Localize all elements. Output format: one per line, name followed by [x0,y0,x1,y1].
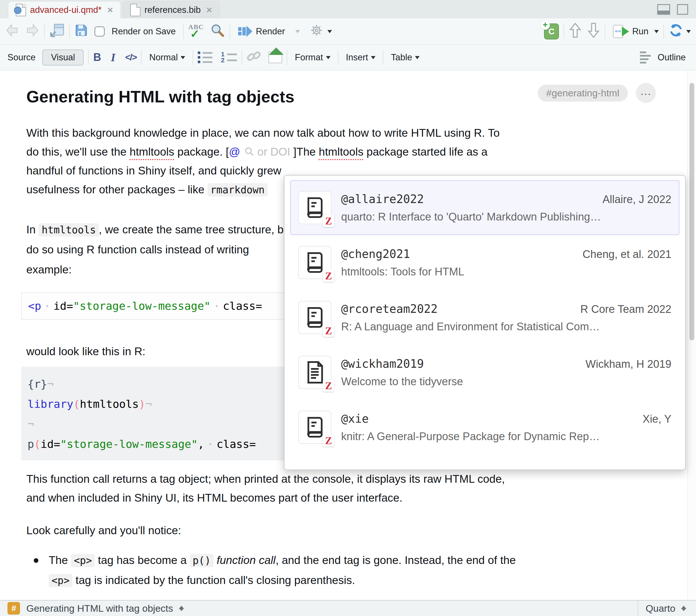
run-options-caret-icon[interactable] [654,30,659,35]
chevron-down-icon [180,56,185,62]
inline-code: htmltools [38,223,99,237]
book-icon [304,196,325,220]
paragraph-line: would look like this in R: [26,342,145,361]
paragraph-line: This function call returns a tag object;… [26,470,505,488]
bullet-list-button[interactable] [198,51,212,63]
citation-item[interactable]: Z @rcoreteam2022R Core Team 2022 R: A La… [290,290,679,345]
bold-button[interactable]: B [93,51,101,64]
citation-source: Allaire, J 2022 [602,193,671,206]
status-bar: # Generating HTML with tag objects Quart… [0,600,696,616]
citation-source: Xie, Y [643,413,671,425]
close-tab-icon[interactable]: × [206,4,212,15]
reference-icon-frame: Z [298,411,331,444]
pane-controls [657,4,689,15]
outline-icon [640,51,651,64]
book-icon [304,415,325,439]
go-to-previous-section-icon[interactable] [569,22,582,40]
citation-input[interactable]: @or DOI [229,146,293,158]
citation-item[interactable]: Z @cheng2021Cheng, et al. 2021 htmltools… [290,235,679,290]
tab-advanced-ui-qmd[interactable]: advanced-ui.qmd* × [8,1,121,18]
source-mode-toggle[interactable]: Source [7,52,35,63]
format-menu[interactable]: Format [292,51,333,64]
document-mode-selector[interactable]: Quarto [638,601,694,616]
italic-button[interactable]: I [111,51,116,64]
minimize-pane-icon[interactable] [657,4,670,15]
render-options-caret-icon[interactable] [295,30,300,35]
back-icon[interactable] [5,23,21,40]
save-icon[interactable] [75,23,88,39]
page-title: Generating HTML with tag objects [26,87,295,106]
list-item-line: The <p> tag has become a p() function ca… [49,551,516,570]
citation-item[interactable]: Z @xieXie, Y knitr: A General-Purpose Pa… [290,400,679,455]
spellcheck-icon[interactable]: ABC ✓ [188,23,208,40]
citation-title: quarto: R Interface to 'Quarto' Markdown… [341,211,671,223]
render-icon [238,25,253,38]
vertical-scrollbar[interactable] [687,70,696,600]
render-button[interactable]: Render [235,23,288,40]
find-replace-icon[interactable] [210,23,225,40]
paragraph-line: do so using R function calls instead of … [26,240,249,259]
list-item-line: <p> tag is indicated by the function cal… [49,571,355,590]
run-label: Run [632,26,648,37]
forward-icon[interactable] [23,23,39,40]
misspelled-word: htmltools [319,146,363,158]
image-button[interactable] [268,52,282,63]
paragraph-line: handful of functions in Shiny itself, an… [26,161,281,180]
open-in-new-window-icon[interactable] [49,23,65,40]
table-menu[interactable]: Table [388,51,423,64]
settings-gear-icon[interactable] [310,23,323,39]
heading-anchor-row: #generating-html … [538,83,656,103]
zotero-badge-icon: Z [323,270,334,282]
outline-toggle[interactable]: Outline [637,50,689,65]
tab-references-bib[interactable]: references.bib × [123,1,220,18]
citation-item[interactable]: Z @wickham2019Wickham, H 2019 Welcome to… [290,345,679,400]
citation-title: knitr: A General-Purpose Package for Dyn… [341,431,671,443]
tab-title: advanced-ui.qmd* [30,5,101,15]
qmd-file-icon [16,4,26,16]
citation-key: @cheng2021 [341,247,410,261]
visual-mode-toggle[interactable]: Visual [42,49,83,65]
inline-code-button[interactable]: </> [125,52,137,63]
editor-toolbar: Render on Save ABC ✓ Render + C Run [0,18,696,45]
settings-caret-icon[interactable] [327,30,332,35]
close-tab-icon[interactable]: × [107,4,113,15]
chevron-down-icon [415,56,420,62]
inline-code: <p> [71,554,95,567]
paragraph-line: and when included in Shiny UI, its HTML … [26,488,402,507]
outline-breadcrumb[interactable]: Generating HTML with tag objects [26,603,173,614]
insert-chunk-button[interactable]: + C [544,23,559,39]
link-button[interactable] [247,49,261,66]
rerun-options-caret-icon[interactable] [686,30,691,35]
tab-title: references.bib [144,5,201,15]
reference-icon-frame: Z [298,246,331,279]
checkbox-icon[interactable] [94,26,105,37]
maximize-pane-icon[interactable] [677,4,689,15]
heading-hash-icon: # [7,602,20,615]
go-to-next-section-icon[interactable] [587,22,600,40]
outline-navigate-icon[interactable] [179,603,184,614]
inline-code: <p> [49,574,73,587]
render-label: Render [256,26,285,37]
reference-icon-frame: Z [298,191,331,224]
tab-strip: advanced-ui.qmd* × references.bib × [0,0,696,18]
bullet-icon [34,558,38,563]
citation-placeholder: or DOI [257,146,290,158]
document-editor-surface[interactable]: Generating HTML with tag objects #genera… [0,70,696,600]
format-toolbar: Source Visual B I </> Normal 1 2 Format [0,45,696,70]
citation-item[interactable]: Z @allaire2022Allaire, J 2022 quarto: R … [290,180,679,235]
citation-key: @rcoreteam2022 [341,302,438,315]
citation-key: @xie [341,412,369,425]
paragraph-line: In htmltools, we create the same tree st… [26,220,293,239]
run-button[interactable]: Run [610,23,651,40]
citation-source: Wickham, H 2019 [586,358,671,370]
citation-source: Cheng, et al. 2021 [582,248,671,261]
paragraph-style-dropdown[interactable]: Normal [146,51,188,64]
insert-menu[interactable]: Insert [343,51,379,64]
numbered-list-button[interactable]: 1 2 [221,52,237,62]
zotero-badge-icon: Z [323,380,334,392]
render-on-save-checkbox[interactable]: Render on Save [92,25,178,38]
heading-options-button[interactable]: … [636,83,656,103]
scrollbar-thumb[interactable] [690,83,694,340]
rerun-source-icon[interactable] [668,23,683,39]
citation-title: htmltools: Tools for HTML [341,266,671,278]
